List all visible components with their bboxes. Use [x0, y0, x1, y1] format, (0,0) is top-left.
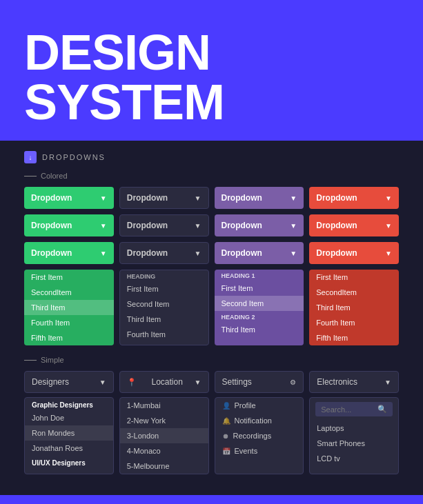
- panels-row: First Item SecondItem Third Item Fourth …: [24, 270, 399, 345]
- chevron-icon: ▼: [290, 194, 297, 202]
- section-icon: ↓: [24, 151, 37, 163]
- chevron-icon: ▼: [290, 222, 297, 230]
- list-item[interactable]: Third Item: [120, 312, 208, 327]
- dropdown-red-2[interactable]: Dropdown ▼: [309, 214, 399, 236]
- designers-heading-2: UI/UX Designers: [25, 456, 113, 468]
- chevron-icon: ▼: [384, 379, 391, 386]
- profile-icon: 👤: [222, 402, 230, 410]
- dropdown-dark-3[interactable]: Dropdown ▼: [119, 242, 209, 264]
- list-item[interactable]: First Item: [309, 270, 399, 285]
- section-header: ↓ DROPDOWNS: [24, 151, 399, 163]
- settings-item-3: Events: [235, 447, 258, 455]
- list-item[interactable]: SecondItem: [309, 285, 399, 300]
- designers-dropdown[interactable]: Designers ▼: [24, 371, 114, 393]
- dropdown-red-1[interactable]: Dropdown ▼: [309, 187, 399, 209]
- chevron-icon: ▼: [195, 222, 201, 230]
- dropdown-red-2-label: Dropdown: [316, 221, 357, 230]
- dropdown-purple-3-label: Dropdown: [222, 248, 262, 258]
- dropdown-row-1: Dropdown ▼ Dropdown ▼ Dropdown ▼ Dropdow…: [24, 187, 399, 209]
- search-input[interactable]: [321, 405, 377, 414]
- simple-panels-row: Graphic Designers John Doe Ron Mondes Jo…: [24, 397, 399, 481]
- dropdown-purple-2[interactable]: Dropdown ▼: [215, 214, 304, 236]
- list-item[interactable]: 🔔 Notification: [215, 413, 304, 428]
- dark-panel: HEADING First Item Second Item Third Ite…: [119, 270, 209, 345]
- list-item[interactable]: 4-Monaco: [120, 443, 208, 458]
- list-item[interactable]: Third Item: [215, 322, 304, 337]
- electronics-panel: 🔍 Laptops Smart Phones LCD tv: [309, 397, 399, 474]
- dropdown-purple-3[interactable]: Dropdown ▼: [215, 242, 304, 264]
- list-item[interactable]: Jonathan Roes: [25, 441, 113, 456]
- list-item[interactable]: 📅 Events: [215, 443, 304, 458]
- chevron-icon: ▼: [99, 379, 106, 386]
- dropdown-green-1-label: Dropdown: [31, 193, 72, 203]
- list-item[interactable]: Fifth Item: [24, 330, 114, 345]
- dropdown-purple-1[interactable]: Dropdown ▼: [215, 187, 304, 209]
- list-item[interactable]: Second Item: [215, 296, 304, 311]
- hero-title-line2: SYSTEM: [24, 77, 399, 127]
- dropdown-green-2[interactable]: Dropdown ▼: [24, 214, 114, 236]
- list-item[interactable]: 👤 Profile: [215, 398, 304, 413]
- list-item[interactable]: Third Item: [24, 300, 114, 315]
- search-box[interactable]: 🔍: [315, 402, 393, 416]
- chevron-icon: ▼: [195, 379, 201, 386]
- list-item[interactable]: Ron Mondes: [25, 425, 113, 441]
- list-item[interactable]: Fifth Item: [309, 330, 399, 345]
- simple-buttons-row: Designers ▼ 📍 Location ▼ Settings ⚙ Elec…: [24, 371, 399, 393]
- dropdown-dark-2-label: Dropdown: [127, 221, 168, 230]
- chevron-icon: ▼: [195, 194, 201, 202]
- list-item[interactable]: Fourth Item: [309, 315, 399, 330]
- events-icon: 📅: [222, 447, 230, 455]
- settings-dropdown[interactable]: Settings ⚙: [215, 371, 304, 393]
- dropdown-red-3-label: Dropdown: [316, 248, 357, 258]
- list-item[interactable]: 2-New York: [120, 413, 208, 428]
- dropdown-row-2: Dropdown ▼ Dropdown ▼ Dropdown ▼ Dropdow…: [24, 214, 399, 236]
- list-item[interactable]: Fourth Item: [120, 327, 208, 342]
- list-item[interactable]: John Doe: [25, 410, 113, 425]
- dropdowns-section: ↓ DROPDOWNS Colored Dropdown ▼ Dropdown …: [0, 141, 423, 495]
- list-item[interactable]: First Item: [215, 281, 304, 296]
- gear-icon: ⚙: [290, 379, 296, 386]
- settings-item-0: Profile: [235, 401, 256, 410]
- chevron-icon: ▼: [100, 222, 107, 230]
- chevron-icon: ▼: [385, 194, 392, 202]
- list-item[interactable]: Fourth Item: [24, 315, 114, 330]
- list-item[interactable]: First Item: [24, 270, 114, 285]
- electronics-dropdown[interactable]: Electronics ▼: [309, 371, 399, 393]
- notification-icon: 🔔: [222, 417, 230, 425]
- settings-item-1: Notification: [235, 416, 272, 425]
- dropdown-green-1[interactable]: Dropdown ▼: [24, 187, 114, 209]
- dropdown-red-3[interactable]: Dropdown ▼: [309, 242, 399, 264]
- designers-heading-1: Graphic Designers: [25, 398, 113, 410]
- list-item[interactable]: 5-Melbourne: [120, 458, 208, 474]
- purple-panel: HEADING 1 First Item Second Item HEADING…: [215, 270, 304, 345]
- dropdown-dark-1[interactable]: Dropdown ▼: [119, 187, 209, 209]
- list-item[interactable]: Third Item: [309, 300, 399, 315]
- green-panel: First Item SecondItem Third Item Fourth …: [24, 270, 114, 345]
- list-item[interactable]: 1-Mumbai: [120, 398, 208, 413]
- recordings-icon: ⏺: [222, 432, 229, 440]
- dropdown-green-3[interactable]: Dropdown ▼: [24, 242, 114, 264]
- list-item[interactable]: Smart Phones: [310, 436, 398, 451]
- list-item[interactable]: First Item: [120, 281, 208, 296]
- red-panel: First Item SecondItem Third Item Fourth …: [309, 270, 399, 345]
- list-item[interactable]: LCD tv: [310, 451, 398, 466]
- location-label: Location: [151, 377, 182, 387]
- chevron-icon: ▼: [290, 250, 297, 257]
- simple-label: Simple: [24, 356, 399, 364]
- list-item[interactable]: ⏺ Recordings: [215, 428, 304, 443]
- dropdown-dark-2[interactable]: Dropdown ▼: [119, 214, 209, 236]
- settings-panel: 👤 Profile 🔔 Notification ⏺ Recordings 📅 …: [215, 397, 304, 474]
- search-container: 🔍: [310, 398, 398, 421]
- chevron-icon: ▼: [100, 194, 107, 202]
- chevron-icon: ▼: [195, 250, 201, 257]
- dropdown-dark-3-label: Dropdown: [127, 248, 168, 258]
- list-item[interactable]: Laptops: [310, 421, 398, 436]
- hero-title-line1: DESIGN: [24, 28, 399, 77]
- panel-heading-2: HEADING 2: [215, 311, 304, 322]
- designers-panel: Graphic Designers John Doe Ron Mondes Jo…: [24, 397, 114, 474]
- list-item[interactable]: Second Item: [120, 296, 208, 312]
- location-dropdown[interactable]: 📍 Location ▼: [119, 371, 209, 393]
- list-item[interactable]: 3-London: [120, 428, 208, 443]
- hero-section: DESIGN SYSTEM: [0, 0, 423, 141]
- list-item[interactable]: SecondItem: [24, 285, 114, 300]
